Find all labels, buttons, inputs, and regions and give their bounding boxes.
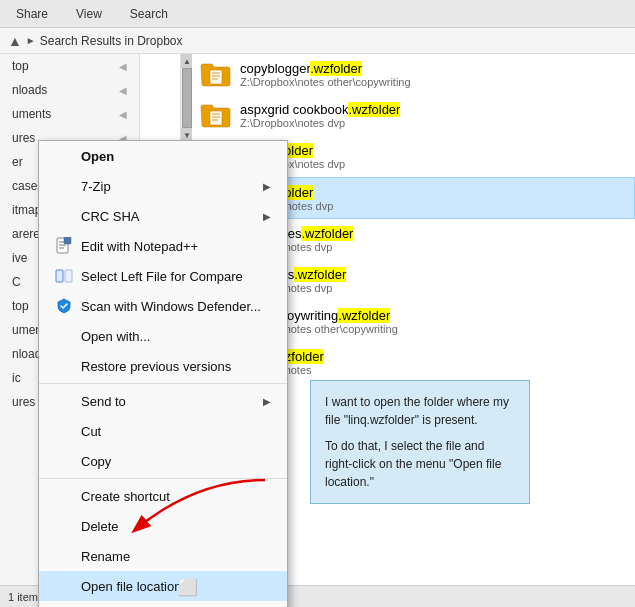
ctx-label-7: Restore previous versions (81, 359, 271, 374)
ctx-label-8: Send to (81, 394, 255, 409)
ctx-label-1: 7-Zip (81, 179, 255, 194)
forward-icon: ► (26, 35, 36, 46)
ctx-label-3: Edit with Notepad++ (81, 239, 271, 254)
file-name-0: copyblogger.wzfolder (240, 61, 411, 76)
ctx-icon-1 (55, 177, 73, 195)
back-button[interactable]: ▲ (8, 33, 22, 49)
context-menu: Open7-Zip▶CRC SHA▶Edit with Notepad++Sel… (38, 140, 288, 607)
ctx-item-2[interactable]: CRC SHA▶ (39, 201, 287, 231)
svg-rect-0 (210, 70, 222, 84)
ctx-icon-5 (55, 297, 73, 315)
status-text: 1 item (8, 591, 38, 603)
ctx-icon-3 (55, 237, 73, 255)
tooltip-text2: To do that, I select the file and right-… (325, 437, 515, 491)
ctx-icon-9 (55, 422, 73, 440)
ctx-item-0[interactable]: Open (39, 141, 287, 171)
file-info-1: aspxgrid cookbook.wzfolderZ:\Dropbox\not… (240, 102, 400, 129)
tab-view[interactable]: View (68, 3, 110, 25)
ctx-item-12[interactable]: Delete (39, 511, 287, 541)
ctx-item-10[interactable]: Copy (39, 446, 287, 476)
ctx-icon-2 (55, 207, 73, 225)
pin-icon-0: ◀ (119, 61, 127, 72)
file-item-0[interactable]: copyblogger.wzfolderZ:\Dropbox\notes oth… (192, 54, 635, 95)
svg-rect-36 (64, 237, 71, 244)
ctx-icon-4 (55, 267, 73, 285)
pin-icon-2: ◀ (119, 109, 127, 120)
ctx-label-10: Copy (81, 454, 271, 469)
file-path-1: Z:\Dropbox\notes dvp (240, 117, 400, 129)
tab-share[interactable]: Share (8, 3, 56, 25)
ctx-item-8[interactable]: Send to▶ (39, 386, 287, 416)
ctx-item-13[interactable]: Rename (39, 541, 287, 571)
tab-search[interactable]: Search (122, 3, 176, 25)
ctx-item-9[interactable]: Cut (39, 416, 287, 446)
folder-icon-0 (200, 60, 232, 88)
ctx-label-0: Open (81, 149, 271, 164)
ctx-icon-8 (55, 392, 73, 410)
ctx-item-6[interactable]: Open with... (39, 321, 287, 351)
svg-rect-4 (210, 111, 222, 125)
sidebar-item-1[interactable]: nloads ◀ (0, 78, 139, 102)
folder-icon-1 (200, 101, 232, 129)
file-item-1[interactable]: aspxgrid cookbook.wzfolderZ:\Dropbox\not… (192, 95, 635, 136)
ctx-icon-13 (55, 547, 73, 565)
breadcrumb-path: Search Results in Dropbox (40, 34, 183, 48)
sidebar-item-0[interactable]: top ◀ (0, 54, 139, 78)
ctx-divider-10 (39, 478, 287, 479)
ctx-label-2: CRC SHA (81, 209, 255, 224)
tooltip-text1: I want to open the folder where my file … (325, 393, 515, 429)
ctx-icon-12 (55, 517, 73, 535)
ctx-icon-7 (55, 357, 73, 375)
ctx-icon-0 (55, 147, 73, 165)
file-name-1: aspxgrid cookbook.wzfolder (240, 102, 400, 117)
ctx-item-7[interactable]: Restore previous versions (39, 351, 287, 381)
ctx-icon-11 (55, 487, 73, 505)
ctx-label-5: Scan with Windows Defender... (81, 299, 271, 314)
ctx-label-4: Select Left File for Compare (81, 269, 271, 284)
ctx-icon-10 (55, 452, 73, 470)
top-bar: Share View Search (0, 0, 635, 28)
ctx-item-4[interactable]: Select Left File for Compare (39, 261, 287, 291)
ctx-arrow-1: ▶ (263, 181, 271, 192)
ctx-icon-14 (55, 577, 73, 595)
sidebar-item-2[interactable]: uments ◀ (0, 102, 139, 126)
ctx-item-3[interactable]: Edit with Notepad++ (39, 231, 287, 261)
ctx-icon-6 (55, 327, 73, 345)
svg-rect-38 (65, 270, 72, 282)
ctx-label-12: Delete (81, 519, 271, 534)
ctx-item-11[interactable]: Create shortcut (39, 481, 287, 511)
ctx-label-14: Open file location (81, 579, 271, 594)
ctx-item-15[interactable]: Properties (39, 601, 287, 607)
file-path-0: Z:\Dropbox\notes other\copywriting (240, 76, 411, 88)
ctx-label-11: Create shortcut (81, 489, 271, 504)
ctx-label-13: Rename (81, 549, 271, 564)
ctx-arrow-8: ▶ (263, 396, 271, 407)
breadcrumb: ▲ ► Search Results in Dropbox (0, 28, 635, 54)
ctx-item-5[interactable]: Scan with Windows Defender... (39, 291, 287, 321)
ctx-label-6: Open with... (81, 329, 271, 344)
ctx-divider-7 (39, 383, 287, 384)
file-info-0: copyblogger.wzfolderZ:\Dropbox\notes oth… (240, 61, 411, 88)
ctx-arrow-2: ▶ (263, 211, 271, 222)
ctx-item-14[interactable]: Open file location (39, 571, 287, 601)
ctx-item-1[interactable]: 7-Zip▶ (39, 171, 287, 201)
svg-rect-37 (56, 270, 63, 282)
tooltip-box: I want to open the folder where my file … (310, 380, 530, 504)
scroll-thumb[interactable] (182, 68, 192, 128)
pin-icon-1: ◀ (119, 85, 127, 96)
ctx-label-9: Cut (81, 424, 271, 439)
